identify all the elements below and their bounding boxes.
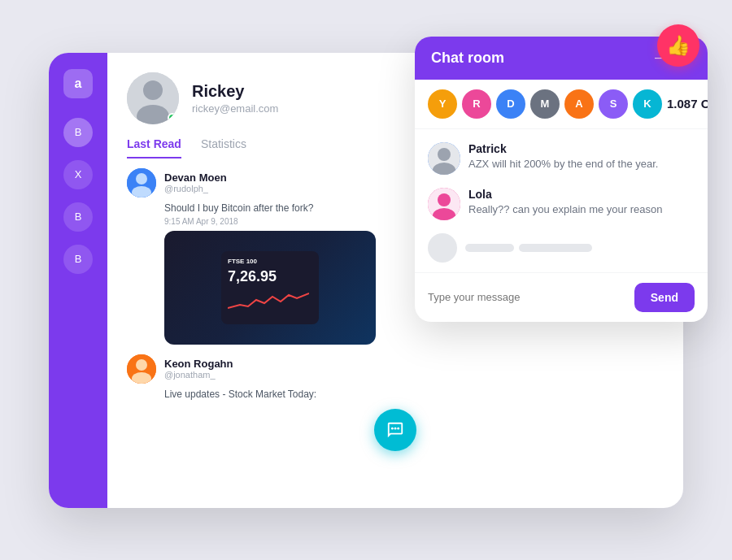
feed-handle: @jonatham_ bbox=[164, 370, 233, 380]
feed-user-info: Devan Moen @rudolph_ bbox=[164, 171, 227, 193]
main-card: a B X B B Rickey rickey@email.com Las bbox=[49, 53, 683, 508]
svg-point-11 bbox=[397, 427, 399, 429]
screen-number: 7,26.95 bbox=[228, 268, 312, 285]
online-avatar: M bbox=[530, 89, 560, 119]
sidebar: a B X B B bbox=[49, 53, 107, 508]
online-avatar: S bbox=[599, 89, 628, 119]
feed-text: Live updates - Stock Market Today: bbox=[164, 389, 664, 400]
svg-point-16 bbox=[438, 193, 451, 206]
sidebar-icon-x[interactable]: X bbox=[63, 160, 93, 189]
chat-room-panel: Chat room — ✕ Y R D M bbox=[415, 37, 708, 322]
message-content: Lola Really?? can you explain me your re… bbox=[468, 188, 662, 217]
svg-point-4 bbox=[136, 173, 147, 184]
feed-username: Devan Moen bbox=[164, 171, 227, 184]
online-avatar: R bbox=[462, 89, 491, 119]
chat-input-area: Send bbox=[415, 272, 708, 322]
online-avatar: A bbox=[564, 89, 594, 119]
chat-room-title: Chat room bbox=[431, 50, 504, 67]
message-sender: Patrick bbox=[468, 142, 658, 155]
message-text: AZX will hit 200% by the end of the year… bbox=[468, 157, 658, 171]
chat-message: Patrick AZX will hit 200% by the end of … bbox=[428, 142, 695, 175]
typing-line bbox=[465, 244, 514, 252]
message-text: Really?? can you explain me your reason bbox=[468, 202, 662, 217]
chat-messages: Patrick AZX will hit 200% by the end of … bbox=[415, 129, 708, 233]
typing-avatar bbox=[428, 233, 457, 263]
svg-point-7 bbox=[136, 359, 147, 371]
chat-fab-button[interactable] bbox=[374, 409, 416, 451]
online-avatar: D bbox=[496, 89, 525, 119]
feed-avatar bbox=[127, 354, 156, 384]
online-users-strip: Y R D M A S K 1 bbox=[415, 80, 708, 129]
sidebar-icon-b3[interactable]: B bbox=[63, 245, 93, 274]
chat-message: Lola Really?? can you explain me your re… bbox=[428, 188, 695, 220]
sidebar-icon-b2[interactable]: B bbox=[63, 202, 93, 232]
svg-point-10 bbox=[394, 427, 397, 429]
message-content: Patrick AZX will hit 200% by the end of … bbox=[468, 142, 658, 171]
message-avatar bbox=[428, 142, 460, 175]
message-sender: Lola bbox=[468, 188, 662, 201]
send-button[interactable]: Send bbox=[634, 283, 695, 312]
online-count: 1.087 Online bbox=[667, 97, 708, 111]
typing-line bbox=[519, 244, 592, 252]
feed-user-info: Keon Rogahn @jonatham_ bbox=[164, 358, 233, 380]
online-avatar: Y bbox=[428, 89, 457, 119]
sidebar-icon-b1[interactable]: B bbox=[63, 118, 93, 147]
feed-avatar bbox=[127, 168, 156, 198]
feed-handle: @rudolph_ bbox=[164, 184, 227, 193]
list-item: Keon Rogahn @jonatham_ Live updates - St… bbox=[127, 354, 664, 403]
feed-username: Keon Rogahn bbox=[164, 358, 233, 370]
svg-point-1 bbox=[143, 80, 163, 100]
svg-point-9 bbox=[391, 427, 394, 429]
online-indicator bbox=[168, 113, 177, 123]
typing-bubble bbox=[465, 244, 592, 252]
screen-label: FTSE 100 bbox=[228, 258, 312, 265]
thumbs-badge: 👍 bbox=[657, 24, 699, 67]
svg-point-13 bbox=[438, 148, 451, 161]
online-avatar: K bbox=[633, 89, 662, 119]
phone-screen: FTSE 100 7,26.95 bbox=[221, 251, 319, 324]
content-area: Rickey rickey@email.com Last Read Statis… bbox=[107, 53, 683, 508]
tab-statistics[interactable]: Statistics bbox=[201, 137, 246, 158]
screen-chart bbox=[228, 289, 312, 313]
avatar bbox=[127, 72, 179, 124]
feed-item-header: Keon Rogahn @jonatham_ bbox=[127, 354, 664, 384]
tab-last-read[interactable]: Last Read bbox=[127, 137, 181, 158]
sidebar-logo: a bbox=[63, 69, 93, 98]
message-avatar bbox=[428, 188, 460, 220]
feed-image: FTSE 100 7,26.95 bbox=[164, 231, 376, 345]
message-input[interactable] bbox=[428, 291, 626, 303]
typing-indicator bbox=[415, 233, 708, 272]
